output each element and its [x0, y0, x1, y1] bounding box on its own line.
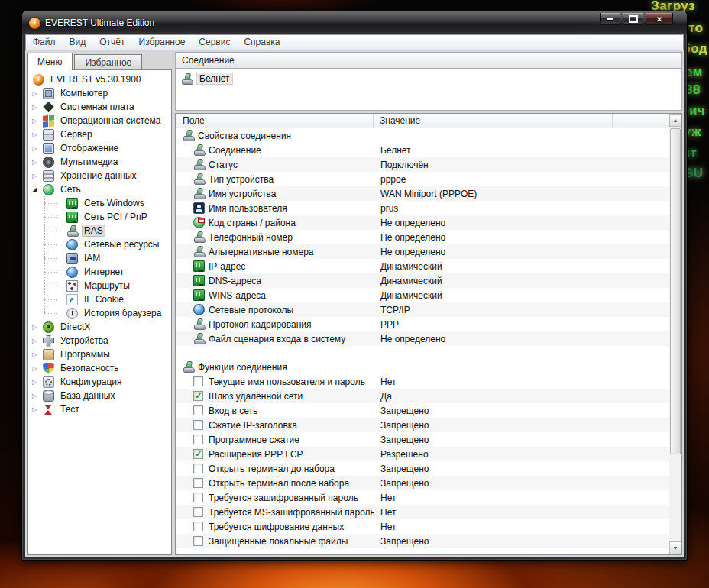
checkbox[interactable] — [193, 420, 203, 430]
sidebar-item-Мультимедиа[interactable]: ▷Мультимедиа — [28, 155, 171, 169]
table-row[interactable]: Сетевые протоколыTCP/IP — [176, 302, 669, 317]
tab-Избранное[interactable]: Избранное — [74, 54, 142, 69]
table-row[interactable]: Имя пользователяprus — [176, 201, 669, 215]
sidebar-item-Программы[interactable]: ▷Программы — [28, 347, 171, 361]
expand-arrow-icon[interactable]: ▷ — [31, 379, 38, 386]
menu-item-Вид[interactable]: Вид — [63, 35, 93, 50]
title-bar[interactable]: EVEREST Ultimate Edition — [22, 11, 687, 34]
checkbox[interactable] — [193, 435, 203, 444]
sidebar-item-Конфигурация[interactable]: ▷Конфигурация — [28, 375, 171, 389]
expand-arrow-icon[interactable]: ▷ — [31, 131, 38, 138]
sidebar-item-RAS[interactable]: RAS — [28, 224, 171, 237]
sidebar-item-Системная плата[interactable]: ▷Системная плата — [28, 100, 171, 114]
checkbox[interactable] — [193, 507, 203, 517]
menu-item-Файл[interactable]: Файл — [26, 35, 63, 50]
table-row[interactable]: Протокол кадрированияPPP — [176, 317, 669, 331]
sidebar-item-Сеть PCI / PnP[interactable]: Сеть PCI / PnP — [28, 210, 171, 224]
table-row[interactable]: Защищённые локальные файлыЗапрещено — [176, 534, 669, 548]
table-section-row[interactable]: Функции соединения — [176, 360, 669, 374]
connection-item-Белнет[interactable]: Белнет — [181, 73, 233, 85]
menu-item-Справка[interactable]: Справка — [237, 35, 287, 50]
sidebar-item-IAM[interactable]: IAM — [28, 251, 171, 265]
table-section-row[interactable]: Свойства соединения — [176, 128, 669, 143]
tab-Меню[interactable]: Меню — [27, 53, 73, 70]
sidebar-item-Тест[interactable]: ▷Тест — [28, 402, 171, 416]
table-row[interactable]: Открыть терминал после набораЗапрещено — [176, 476, 669, 490]
checkbox[interactable] — [193, 493, 203, 502]
sidebar-item-Компьютер[interactable]: ▷Компьютер — [28, 86, 171, 100]
sidebar-item-Сервер[interactable]: ▷Сервер — [28, 128, 171, 141]
checkbox[interactable] — [193, 478, 203, 488]
sidebar-item-Интернет[interactable]: Интернет — [28, 265, 171, 279]
table-row[interactable]: Расширения PPP LCPРазрешено — [176, 447, 669, 461]
checkbox[interactable] — [193, 536, 203, 546]
sidebar-item-Сеть[interactable]: ◢Сеть — [28, 183, 171, 196]
table-row[interactable]: Программное сжатиеЗапрещено — [176, 432, 669, 447]
checkbox[interactable] — [193, 522, 203, 531]
table-row[interactable]: Имя устройстваWAN Miniport (PPPOE) — [176, 186, 669, 201]
close-button[interactable] — [646, 13, 673, 25]
scroll-up-button[interactable]: ▲ — [669, 114, 681, 127]
checkbox-checked[interactable] — [193, 449, 203, 459]
table-row[interactable]: СоединениеБелнет — [176, 143, 669, 157]
expand-arrow-icon[interactable]: ▷ — [31, 324, 38, 331]
sidebar-item-Безопасность[interactable]: ▷Безопасность — [28, 361, 171, 375]
sidebar-item-Отображение[interactable]: ▷Отображение — [28, 141, 171, 155]
table-row[interactable]: DNS-адресаДинамический — [176, 273, 669, 288]
sidebar-item-База данных[interactable]: ▷База данных — [28, 389, 171, 402]
table-row[interactable]: Шлюз удалённой сетиДа — [176, 389, 669, 403]
menu-item-Избранное[interactable]: Избранное — [132, 35, 193, 50]
checkbox[interactable] — [193, 464, 203, 473]
table-row[interactable]: Требуется зашифрованный парольНет — [176, 490, 669, 505]
sidebar-item-EVEREST v5.30.1900[interactable]: EVEREST v5.30.1900 — [28, 73, 171, 86]
checkbox[interactable] — [193, 405, 203, 415]
sidebar-item-Сетевые ресурсы[interactable]: Сетевые ресурсы — [28, 237, 171, 251]
expand-arrow-icon[interactable]: ▷ — [31, 393, 38, 399]
expand-arrow-icon[interactable]: ▷ — [31, 145, 38, 152]
sidebar-item-Сеть Windows[interactable]: Сеть Windows — [28, 196, 171, 210]
sidebar-item-Хранение данных[interactable]: ▷Хранение данных — [28, 169, 171, 183]
sidebar-item-IE Cookie[interactable]: IE Cookie — [28, 292, 171, 306]
checkbox-checked[interactable] — [193, 391, 203, 401]
table-row[interactable]: Телефонный номерНе определено — [176, 230, 669, 244]
scrollbar-thumb[interactable] — [670, 128, 681, 454]
scroll-down-button[interactable]: ▼ — [669, 541, 681, 554]
table-row[interactable]: Требуется MS-зашифрованный парольНет — [176, 505, 669, 519]
expand-arrow-icon[interactable]: ▷ — [31, 365, 38, 372]
checkbox[interactable] — [193, 376, 203, 386]
maximize-button[interactable] — [623, 13, 643, 25]
column-header-field[interactable]: Поле — [176, 114, 374, 128]
expand-arrow-icon[interactable]: ▷ — [31, 159, 38, 166]
table-row[interactable]: Файл сценария входа в системуНе определе… — [176, 331, 669, 346]
table-row[interactable]: Тип устройстваpppoe — [176, 172, 669, 186]
sidebar-item-Устройства[interactable]: ▷Устройства — [28, 334, 171, 347]
minimize-button[interactable] — [600, 13, 620, 25]
collapse-arrow-icon[interactable]: ◢ — [31, 186, 38, 193]
table-row[interactable]: Текущие имя пользователя и парольНет — [176, 374, 669, 389]
table-row[interactable]: WINS-адресаДинамический — [176, 288, 669, 302]
table-row[interactable]: Сжатие IP-заголовкаЗапрещено — [176, 418, 669, 432]
table-row[interactable]: Альтернативные номераНе определено — [176, 244, 669, 259]
menu-item-Отчёт[interactable]: Отчёт — [92, 35, 131, 50]
expand-arrow-icon[interactable]: ▷ — [31, 173, 38, 179]
column-header-value[interactable]: Значение — [374, 114, 613, 128]
sidebar-item-Операционная система[interactable]: ▷Операционная система — [28, 114, 171, 128]
expand-arrow-icon[interactable]: ▷ — [31, 338, 38, 344]
expand-arrow-icon[interactable]: ▷ — [31, 118, 38, 124]
sidebar-item-DirectX[interactable]: ▷DirectX — [28, 320, 171, 334]
sidebar-item-Маршруты[interactable]: Маршруты — [28, 279, 171, 292]
sidebar-item-История браузера[interactable]: История браузера — [28, 306, 171, 320]
expand-arrow-icon[interactable]: ▷ — [31, 351, 38, 358]
table-row[interactable]: СтатусПодключён — [176, 157, 669, 172]
table-row[interactable]: IP-адресДинамический — [176, 259, 669, 273]
expand-arrow-icon[interactable]: ▷ — [31, 90, 38, 97]
table-row[interactable]: Открыть терминал до набораЗапрещено — [176, 461, 669, 476]
table-header[interactable]: Поле Значение — [176, 114, 669, 128]
table-row[interactable]: Требуется шифрование данныхНет — [176, 519, 669, 534]
table-row[interactable]: Вход в сетьЗапрещено — [176, 403, 669, 418]
table-row[interactable]: Код страны / районаНе определено — [176, 215, 669, 230]
menu-item-Сервис[interactable]: Сервис — [192, 35, 237, 50]
expand-arrow-icon[interactable]: ▷ — [31, 104, 38, 111]
vertical-scrollbar[interactable]: ▲ ▼ — [669, 114, 681, 554]
expand-arrow-icon[interactable]: ▷ — [31, 406, 38, 413]
